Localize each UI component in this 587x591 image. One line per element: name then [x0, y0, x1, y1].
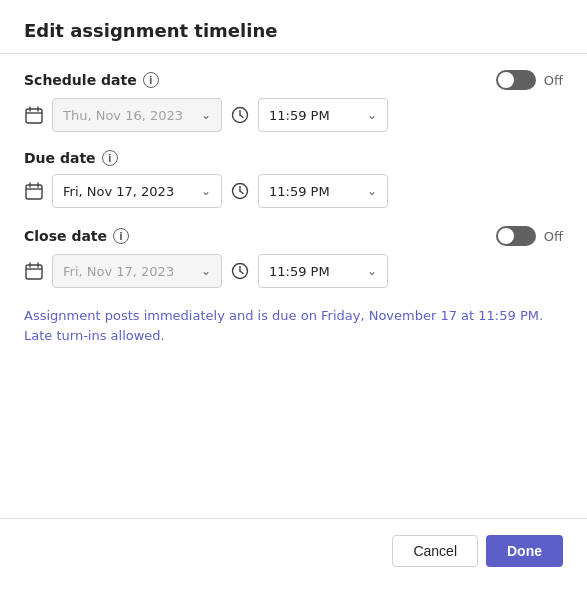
dialog-body: Schedule date i Off: [0, 54, 587, 518]
close-date-section: Close date i Off: [24, 226, 563, 288]
due-time-input[interactable]: 11:59 PM ⌄: [258, 174, 388, 208]
due-date-label-row: Due date i: [24, 150, 563, 166]
schedule-time-chevron-icon: ⌄: [367, 108, 377, 122]
schedule-date-label-row: Schedule date i Off: [24, 70, 563, 90]
svg-line-20: [240, 271, 243, 274]
due-date-chevron-icon: ⌄: [201, 184, 211, 198]
close-date-label-row: Close date i Off: [24, 226, 563, 246]
close-date-value: Fri, Nov 17, 2023: [63, 264, 193, 279]
schedule-date-section: Schedule date i Off: [24, 70, 563, 132]
svg-line-13: [240, 191, 243, 194]
close-date-toggle-label: Off: [544, 229, 563, 244]
svg-line-6: [240, 115, 243, 118]
schedule-date-toggle-label: Off: [544, 73, 563, 88]
schedule-date-chevron-icon: ⌄: [201, 108, 211, 122]
dialog-header: Edit assignment timeline: [0, 0, 587, 54]
dialog-footer: Cancel Done: [0, 518, 587, 591]
schedule-time-value: 11:59 PM: [269, 108, 359, 123]
close-date-toggle-row: Off: [496, 226, 563, 246]
close-time-input[interactable]: 11:59 PM ⌄: [258, 254, 388, 288]
done-button[interactable]: Done: [486, 535, 563, 567]
due-date-time-row: Fri, Nov 17, 2023 ⌄ 11:59 PM ⌄: [24, 174, 563, 208]
close-time-chevron-icon: ⌄: [367, 264, 377, 278]
schedule-date-toggle-row: Off: [496, 70, 563, 90]
close-date-input[interactable]: Fri, Nov 17, 2023 ⌄: [52, 254, 222, 288]
schedule-date-label-left: Schedule date i: [24, 72, 159, 88]
due-time-value: 11:59 PM: [269, 184, 359, 199]
close-date-label: Close date: [24, 228, 107, 244]
due-date-info-icon[interactable]: i: [102, 150, 118, 166]
schedule-time-input[interactable]: 11:59 PM ⌄: [258, 98, 388, 132]
schedule-calendar-icon: [24, 105, 44, 125]
schedule-date-toggle-knob: [498, 72, 514, 88]
schedule-clock-icon: [230, 105, 250, 125]
schedule-date-input[interactable]: Thu, Nov 16, 2023 ⌄: [52, 98, 222, 132]
due-time-chevron-icon: ⌄: [367, 184, 377, 198]
schedule-date-toggle[interactable]: [496, 70, 536, 90]
due-date-section: Due date i Fri, Nov 17, 2023 ⌄: [24, 150, 563, 208]
schedule-date-info-icon[interactable]: i: [143, 72, 159, 88]
schedule-date-time-row: Thu, Nov 16, 2023 ⌄ 11:59 PM ⌄: [24, 98, 563, 132]
due-clock-icon: [230, 181, 250, 201]
close-date-chevron-icon: ⌄: [201, 264, 211, 278]
due-calendar-icon: [24, 181, 44, 201]
dialog-title: Edit assignment timeline: [24, 20, 563, 41]
assignment-summary: Assignment posts immediately and is due …: [24, 306, 563, 345]
close-date-toggle-knob: [498, 228, 514, 244]
due-date-input[interactable]: Fri, Nov 17, 2023 ⌄: [52, 174, 222, 208]
close-date-info-icon[interactable]: i: [113, 228, 129, 244]
due-date-label-left: Due date i: [24, 150, 118, 166]
schedule-date-label: Schedule date: [24, 72, 137, 88]
due-date-value: Fri, Nov 17, 2023: [63, 184, 193, 199]
close-time-value: 11:59 PM: [269, 264, 359, 279]
edit-assignment-timeline-dialog: Edit assignment timeline Schedule date i…: [0, 0, 587, 591]
close-date-label-left: Close date i: [24, 228, 129, 244]
due-date-label: Due date: [24, 150, 96, 166]
svg-rect-7: [26, 185, 42, 199]
close-date-toggle[interactable]: [496, 226, 536, 246]
close-date-time-row: Fri, Nov 17, 2023 ⌄ 11:59 PM ⌄: [24, 254, 563, 288]
cancel-button[interactable]: Cancel: [392, 535, 478, 567]
schedule-date-value: Thu, Nov 16, 2023: [63, 108, 193, 123]
svg-rect-14: [26, 265, 42, 279]
svg-rect-0: [26, 109, 42, 123]
close-clock-icon: [230, 261, 250, 281]
close-calendar-icon: [24, 261, 44, 281]
